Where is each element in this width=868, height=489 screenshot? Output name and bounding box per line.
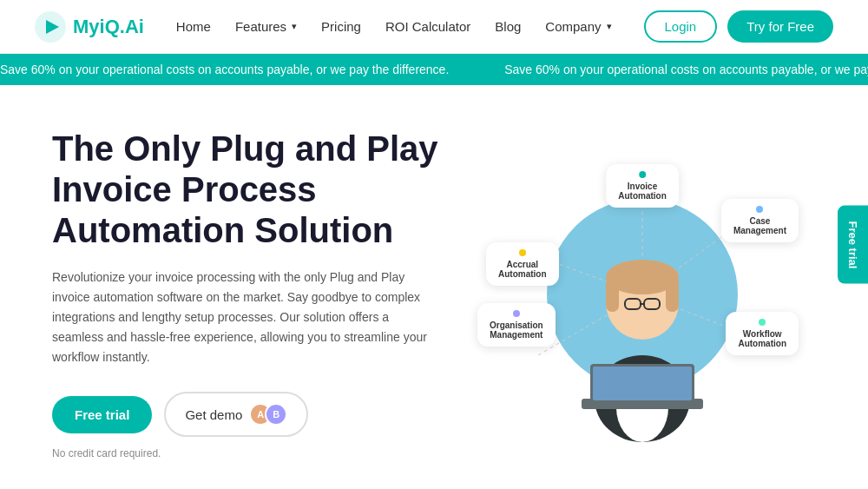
logo-text: MyiQ.Ai (73, 16, 144, 38)
logo-icon (35, 11, 66, 43)
bubble-workflow: WorkflowAutomation (726, 312, 799, 355)
features-chevron-icon: ▾ (292, 21, 297, 32)
person-illustration (556, 199, 729, 442)
bubble-case: CaseManagement (721, 199, 799, 242)
nav-roi[interactable]: ROI Calculator (385, 19, 470, 34)
carousel-dots (0, 477, 868, 489)
nav-links: Home Features▾ Pricing ROI Calculator Bl… (176, 19, 612, 34)
hero-illustration: InvoiceAutomation AccrualAutomation Case… (469, 147, 816, 442)
workflow-dot (759, 319, 766, 326)
avatar-2: B (265, 403, 287, 426)
org-dot (513, 310, 520, 317)
get-demo-button[interactable]: Get demo A B (164, 392, 308, 437)
try-for-free-button[interactable]: Try for Free (727, 10, 833, 43)
navbar: MyiQ.Ai Home Features▾ Pricing ROI Calcu… (0, 0, 868, 54)
ticker-text: Save 60% on your operational costs on ac… (0, 63, 868, 76)
demo-avatars: A B (249, 403, 287, 426)
login-button[interactable]: Login (644, 10, 718, 43)
svg-rect-10 (666, 277, 679, 312)
nav-home[interactable]: Home (176, 19, 211, 34)
hero-left: The Only Plug and Play Invoice Process A… (52, 129, 469, 459)
logo[interactable]: MyiQ.Ai (35, 11, 144, 43)
hero-section: The Only Plug and Play Invoice Process A… (0, 85, 868, 477)
nav-company[interactable]: Company▾ (545, 19, 611, 34)
bubble-org: OrganisationManagement (477, 303, 556, 347)
nav-actions: Login Try for Free (644, 10, 834, 43)
bubble-accrual: AccrualAutomation (486, 242, 559, 286)
nav-blog[interactable]: Blog (495, 19, 521, 34)
ticker-banner: Save 60% on your operational costs on ac… (0, 54, 868, 85)
nav-pricing[interactable]: Pricing (321, 19, 361, 34)
svg-rect-9 (606, 277, 619, 312)
case-dot (756, 206, 763, 213)
illustration-container: InvoiceAutomation AccrualAutomation Case… (495, 147, 790, 442)
hero-actions: Free trial Get demo A B (52, 392, 469, 437)
nav-features[interactable]: Features▾ (235, 19, 297, 34)
company-chevron-icon: ▾ (607, 21, 612, 32)
free-trial-button[interactable]: Free trial (52, 396, 152, 433)
invoice-dot (639, 171, 646, 178)
accrual-dot (519, 249, 526, 256)
svg-rect-13 (593, 367, 692, 400)
bubble-invoice: InvoiceAutomation (606, 164, 679, 208)
hero-title: The Only Plug and Play Invoice Process A… (52, 129, 469, 252)
floating-free-trial-button[interactable]: Free trial (838, 205, 868, 284)
hero-description: Revolutionize your invoice processing wi… (52, 268, 434, 367)
no-credit-card-note: No credit card required. (52, 447, 469, 459)
